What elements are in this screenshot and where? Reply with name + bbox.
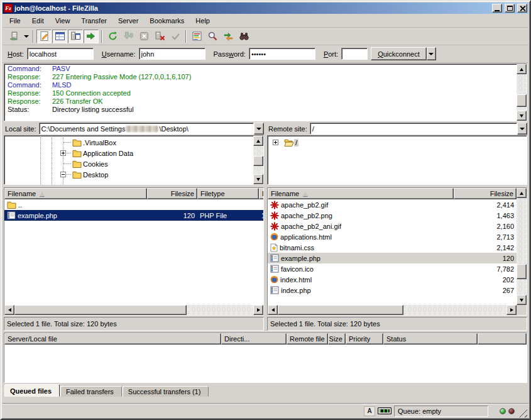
combo-dropdown-button[interactable] <box>517 123 527 135</box>
find-button[interactable] <box>236 30 251 43</box>
scroll-track[interactable] <box>14 305 253 315</box>
scroll-down-button[interactable] <box>517 295 527 305</box>
remote-site-path[interactable]: / <box>310 123 517 135</box>
file-row[interactable]: index.php267 <box>268 285 517 296</box>
resize-grip[interactable] <box>518 409 527 417</box>
menu-view[interactable]: View <box>50 15 76 26</box>
scroll-thumb[interactable] <box>517 264 527 279</box>
minimize-button[interactable] <box>492 4 502 13</box>
file-row[interactable]: applications.html2,713 <box>268 231 517 242</box>
file-row[interactable]: favicon.ico7,782 <box>268 263 517 274</box>
process-queue-button[interactable] <box>121 30 136 43</box>
scroll-track[interactable] <box>517 74 527 111</box>
file-row[interactable]: apache_pb2.gif2,414 <box>268 199 517 210</box>
scroll-track[interactable] <box>517 198 527 295</box>
tree-item-cookies[interactable]: Cookies <box>4 158 253 169</box>
title-bar[interactable]: Fz john@localhost - FileZilla <box>3 3 528 14</box>
tree-item-application-data[interactable]: Application Data <box>4 148 253 158</box>
log-vertical-scrollbar[interactable] <box>517 64 527 121</box>
scroll-right-button[interactable] <box>506 305 517 315</box>
toggle-message-log-button[interactable] <box>36 30 52 43</box>
toggle-remote-tree-button[interactable] <box>68 30 83 43</box>
collapse-icon[interactable] <box>60 172 66 177</box>
local-tree-scrollbar[interactable] <box>253 136 263 184</box>
close-button[interactable] <box>517 4 527 13</box>
reconnect-button[interactable] <box>168 30 183 43</box>
host-input[interactable] <box>27 48 94 60</box>
tree-item-virtualbox[interactable]: .VirtualBox <box>4 137 253 148</box>
column-header-remote-file[interactable]: Remote file <box>287 333 328 345</box>
scroll-thumb[interactable] <box>278 305 403 315</box>
column-header-server-local-file[interactable]: Server/Local file <box>4 333 221 345</box>
quickconnect-dropdown[interactable] <box>427 47 436 60</box>
cancel-button[interactable] <box>136 30 151 43</box>
column-header-priority[interactable]: Priority <box>346 333 383 345</box>
username-input[interactable] <box>139 48 205 60</box>
menu-help[interactable]: Help <box>190 15 216 26</box>
speed-limit-display-icon[interactable] <box>378 407 391 414</box>
local-horizontal-scrollbar[interactable] <box>4 305 263 315</box>
disconnect-button[interactable] <box>152 30 167 43</box>
column-header-filetype[interactable]: Filetype <box>197 188 259 199</box>
column-header-filesize[interactable]: Filesize <box>454 188 517 199</box>
column-header-filesize[interactable]: Filesize <box>147 188 197 199</box>
menu-edit[interactable]: Edit <box>26 15 50 26</box>
scroll-left-button[interactable] <box>268 305 278 315</box>
column-header-direction[interactable]: Directi... <box>221 333 287 345</box>
filter-button[interactable] <box>189 30 204 43</box>
column-header-filename[interactable]: Filename <box>4 188 147 199</box>
scroll-thumb[interactable] <box>517 94 527 107</box>
scroll-up-button[interactable] <box>517 64 527 74</box>
scroll-thumb[interactable] <box>253 156 263 166</box>
tab-failed-transfers[interactable]: Failed transfers <box>60 386 122 397</box>
column-header-status[interactable]: Status <box>383 333 478 345</box>
scroll-right-button[interactable] <box>253 305 263 315</box>
file-row[interactable]: bitnami.css2,142 <box>268 242 517 253</box>
toggle-local-tree-button[interactable] <box>52 30 67 43</box>
menu-bookmarks[interactable]: Bookmarks <box>144 15 190 26</box>
file-row[interactable]: apache_pb2.png1,463 <box>268 210 517 221</box>
tree-item-desktop[interactable]: Desktop <box>4 169 253 180</box>
local-site-combo[interactable]: C:\Documents and Settings\Desktop\ <box>39 123 264 135</box>
file-row[interactable]: index.html202 <box>268 274 517 285</box>
file-row-parent-dir[interactable]: .. <box>4 199 263 210</box>
tab-successful-transfers[interactable]: Successful transfers (1) <box>123 386 209 397</box>
port-input[interactable] <box>341 48 368 60</box>
scroll-down-button[interactable] <box>517 111 527 121</box>
ascii-data-type-icon[interactable] <box>364 406 375 416</box>
maximize-button[interactable] <box>505 4 515 13</box>
expand-icon[interactable] <box>273 140 278 145</box>
scroll-up-button[interactable] <box>253 136 263 146</box>
column-header-size[interactable]: Size <box>328 333 346 345</box>
column-header-lastmodified[interactable]: L <box>259 188 264 199</box>
scroll-up-button[interactable] <box>517 188 527 198</box>
site-manager-button[interactable] <box>6 30 21 43</box>
scroll-track[interactable] <box>278 305 506 315</box>
file-row-selected[interactable]: example.php120 <box>268 253 517 263</box>
remote-vertical-scrollbar[interactable] <box>517 188 527 305</box>
toggle-queue-button[interactable] <box>84 30 99 43</box>
menu-server[interactable]: Server <box>112 15 144 26</box>
scroll-thumb[interactable] <box>14 305 187 315</box>
remote-horizontal-scrollbar[interactable] <box>268 305 517 315</box>
site-manager-dropdown[interactable] <box>22 30 30 43</box>
column-header-filename[interactable]: Filename <box>268 188 454 199</box>
tab-queued-files[interactable]: Queued files <box>4 384 60 397</box>
combo-dropdown-button[interactable] <box>254 123 264 135</box>
menu-file[interactable]: File <box>4 15 26 26</box>
file-row[interactable]: apache_pb2_ani.gif2,160 <box>268 221 517 231</box>
tree-item-root[interactable]: / <box>268 137 527 148</box>
scroll-track[interactable] <box>253 146 263 174</box>
scroll-down-button[interactable] <box>253 174 263 184</box>
local-site-path[interactable]: C:\Documents and Settings\Desktop\ <box>39 123 254 135</box>
expand-icon[interactable] <box>60 150 66 156</box>
password-input[interactable] <box>249 48 315 60</box>
file-row-example-php[interactable]: example.php 120 PHP File 1 <box>4 210 263 221</box>
menu-transfer[interactable]: Transfer <box>75 15 112 26</box>
quickconnect-button[interactable]: Quickconnect <box>371 47 427 60</box>
remote-site-combo[interactable]: / <box>310 123 527 135</box>
refresh-button[interactable] <box>105 30 120 43</box>
scroll-left-button[interactable] <box>4 305 14 315</box>
search-button[interactable] <box>205 30 220 43</box>
sync-browsing-button[interactable] <box>221 30 236 43</box>
